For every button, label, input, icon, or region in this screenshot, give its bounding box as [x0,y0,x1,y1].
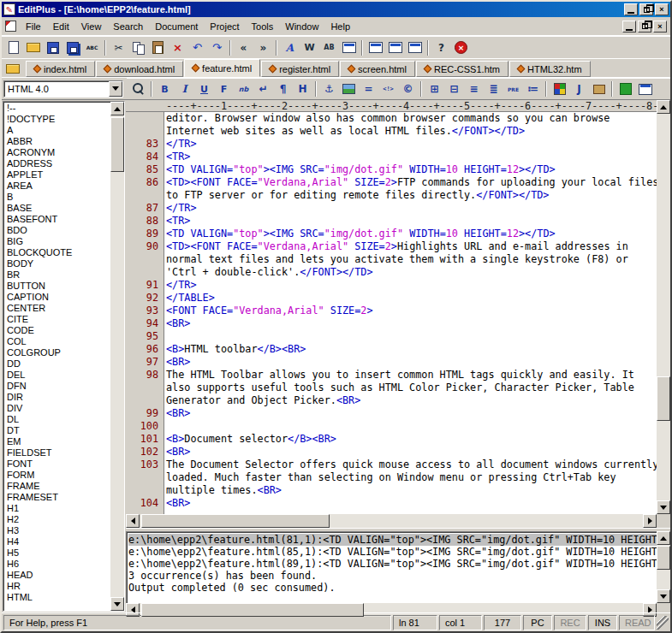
undo-button[interactable]: ↶ [187,38,207,57]
document-selector-button[interactable] [366,38,385,57]
scrollbar-thumb[interactable] [657,546,670,570]
stop-button[interactable]: × [451,38,471,57]
cliptext-item-form[interactable]: FORM [3,470,110,481]
tab-register.html[interactable]: register.html [261,61,339,77]
resize-grip[interactable] [657,616,669,630]
cliptext-item-colgroup[interactable]: COLGROUP [3,347,110,358]
output-line[interactable]: e:\home\epp2\feature.html(89,1):<TD VALI… [128,558,657,570]
cliptext-item-h5[interactable]: H5 [3,547,110,559]
panel-toggle-button[interactable] [635,80,655,98]
cliptext-item-a[interactable]: A [3,125,110,136]
scroll-down-button[interactable] [657,589,670,603]
menu-edit[interactable]: Edit [47,19,75,34]
cliptext-item-big[interactable]: BIG [3,236,110,247]
auto-completion-button[interactable]: AB [319,38,339,57]
redo-button[interactable]: ↷ [207,38,227,57]
document-system-icon[interactable] [5,21,16,32]
cliptext-item-bdo[interactable]: BDO [3,225,110,236]
cliptext-item-col[interactable]: COL [3,336,110,347]
tab-HTML32.htm[interactable]: HTML32.htm [509,61,591,77]
object-picker-button[interactable] [589,80,609,98]
cliptext-item-applet[interactable]: APPLET [3,169,110,180]
output-line[interactable]: e:\home\epp2\feature.html(85,1):<TD VALI… [128,546,657,558]
mdi-minimize-button[interactable] [622,21,636,33]
save-button[interactable] [43,38,62,57]
output-line[interactable]: e:\home\epp2\feature.html(81,1):<TD VALI… [128,534,657,546]
cliptext-item-dt[interactable]: DT [3,425,110,436]
cliptext-item-h3[interactable]: H3 [3,525,110,536]
tab-download.html[interactable]: download.html [96,61,183,77]
paragraph-button[interactable]: ¶ [273,80,293,98]
syntax-check-button[interactable] [616,80,635,98]
mdi-close-button[interactable]: × [653,21,667,33]
comment-button[interactable]: <!> [378,80,398,98]
table-row-button[interactable]: ⊟ [444,80,464,98]
cliptext-item-cite[interactable]: CITE [3,314,110,325]
cliptext-item-h4[interactable]: H4 [3,536,110,547]
cliptext-item-abbr[interactable]: ABBR [3,136,110,147]
scrollbar-thumb[interactable] [141,603,364,617]
menu-window[interactable]: Window [279,19,324,34]
scrollbar-track[interactable] [657,545,670,589]
find-next-button[interactable]: » [253,38,273,57]
output-window-button[interactable] [385,38,405,57]
save-all-button[interactable] [62,38,82,57]
editor-horizontal-scrollbar[interactable] [126,514,657,528]
script-button[interactable]: J [569,80,589,98]
cliptext-item-acronym[interactable]: ACRONYM [3,147,110,158]
cliptext-item-body[interactable]: BODY [3,258,110,269]
output-line[interactable]: 3 occurrence(s) has been found. [128,570,657,582]
cliptext-item-fieldset[interactable]: FIELDSET [3,447,110,458]
scrollbar-thumb[interactable] [110,117,124,172]
align-left-button[interactable]: ≡ [464,80,484,98]
scrollbar-track[interactable] [110,115,124,597]
image-button[interactable] [339,80,359,98]
scrollbar-thumb[interactable] [657,376,670,421]
minimize-button[interactable] [624,3,638,15]
cliptext-item-doctype[interactable]: !DOCTYPE [3,114,110,125]
context-help-button[interactable]: ? [431,38,451,57]
tab-index.html[interactable]: index.html [26,61,95,77]
directory-window-button[interactable] [3,60,22,77]
horizontal-rule-button[interactable]: = [359,80,378,98]
line-break-button[interactable]: ↵ [253,80,273,98]
special-character-button[interactable]: © [398,80,418,98]
cliptext-item-code[interactable]: CODE [3,325,110,336]
cliptext-item-dfn[interactable]: DFN [3,381,110,392]
cliptext-item-dir[interactable]: DIR [3,392,110,403]
close-button[interactable]: × [655,3,669,15]
menu-view[interactable]: View [75,19,108,34]
underline-button[interactable]: U [194,80,214,98]
nbsp-button[interactable]: nb [234,80,253,98]
cliptext-item-[interactable]: !-- [3,103,110,114]
scroll-left-button[interactable] [126,514,140,528]
cliptext-item-hr[interactable]: HR [3,581,110,592]
copy-button[interactable] [128,38,148,57]
scrollbar-track[interactable] [140,514,643,528]
font-style-button[interactable]: A [280,38,300,57]
color-picker-button[interactable] [550,80,569,98]
align-center-button[interactable]: ≣ [484,80,503,98]
cliptext-item-h1[interactable]: H1 [3,503,110,514]
scroll-up-button[interactable] [657,100,670,114]
cliptext-item-blockquote[interactable]: BLOCKQUOTE [3,247,110,258]
menu-document[interactable]: Document [149,19,204,34]
scroll-up-button[interactable] [657,531,670,545]
output-vertical-scrollbar[interactable] [657,531,670,603]
anchor-button[interactable]: ⚓ [319,80,339,98]
cliptext-dropdown[interactable]: HTML 4.0 [3,80,123,98]
scrollbar-thumb[interactable] [141,514,330,528]
cliptext-item-frameset[interactable]: FRAMESET [3,492,110,503]
font-button[interactable]: F [214,80,234,98]
cliptext-item-area[interactable]: AREA [3,180,110,192]
editor-vertical-scrollbar[interactable] [657,100,670,514]
output-horizontal-scrollbar[interactable] [126,603,657,617]
menu-project[interactable]: Project [204,19,245,34]
cliptext-item-dl[interactable]: DL [3,414,110,425]
preformatted-button[interactable]: PRE [503,80,523,98]
cliptext-item-head[interactable]: HEAD [3,570,110,581]
menu-file[interactable]: File [20,19,47,34]
document-window-button[interactable] [339,38,359,57]
cliptext-item-center[interactable]: CENTER [3,303,110,314]
cliptext-item-base[interactable]: BASE [3,203,110,214]
